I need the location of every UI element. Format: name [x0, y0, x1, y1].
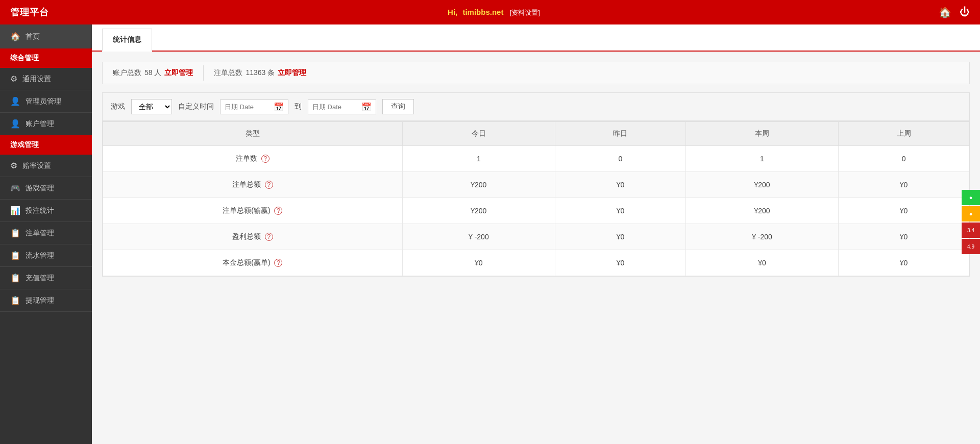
sidebar-label-flow-management: 流水管理: [26, 251, 54, 260]
cell-type-0: 注单数 ?: [103, 146, 403, 172]
stats-table-wrapper: 类型 今日 昨日 本周 上周 注单数 ? 1 0 1 0 注单总: [102, 121, 970, 277]
cell-yesterday-3: ¥0: [555, 224, 685, 250]
help-icon-4[interactable]: ?: [274, 259, 282, 267]
cell-today-2: ¥200: [402, 198, 555, 224]
cell-type-3: 盈利总额 ?: [103, 224, 403, 250]
cell-type-2: 注单总额(输赢) ?: [103, 198, 403, 224]
stats-table-body: 注单数 ? 1 0 1 0 注单总额 ? ¥200 ¥0 ¥200 ¥0 注单总…: [103, 146, 969, 276]
to-label: 到: [295, 102, 302, 111]
main-content: 统计信息 账户总数 58 人 立即管理 注单总数 11363 条 立即管理: [92, 24, 980, 444]
cell-thisweek-2: ¥200: [685, 198, 838, 224]
sidebar-section-game: 游戏管理: [0, 135, 92, 155]
help-icon-0[interactable]: ?: [261, 155, 270, 163]
date-from-input[interactable]: [225, 103, 271, 111]
sidebar-label-general-settings: 通用设置: [22, 75, 51, 84]
order-count: 11363 条: [246, 68, 275, 78]
cell-today-1: ¥200: [402, 172, 555, 198]
date-from-input-wrapper: 📅: [220, 100, 288, 114]
col-today: 今日: [402, 122, 555, 146]
cell-type-4: 本金总额(赢单) ?: [103, 250, 403, 276]
cell-type-1: 注单总额 ?: [103, 172, 403, 198]
date-to-input[interactable]: [312, 103, 358, 111]
sidebar-home-label: 首页: [26, 32, 40, 41]
sidebar-item-flow-management[interactable]: 📋 流水管理: [0, 244, 92, 267]
odds-icon: ⚙: [10, 161, 17, 170]
sidebar-section-general: 综合管理: [0, 48, 92, 68]
header: 管理平台 Hi, timibbs.net [资料设置] 🏠 ⏻: [0, 0, 980, 24]
order-icon: 📋: [10, 228, 20, 238]
sidebar-item-admin-management[interactable]: 👤 管理员管理: [0, 90, 92, 113]
side-float-yellow[interactable]: ●: [962, 206, 980, 221]
table-row: 注单总额(输赢) ? ¥200 ¥0 ¥200 ¥0: [103, 198, 969, 224]
cell-lastweek-2: ¥0: [839, 198, 969, 224]
sidebar-label-odds-settings: 赔率设置: [22, 161, 51, 170]
account-count: 58 人: [144, 68, 161, 78]
cell-lastweek-0: 0: [839, 146, 969, 172]
stats-icon: 📊: [10, 206, 20, 215]
order-manage-link[interactable]: 立即管理: [278, 68, 306, 78]
sidebar-item-game-management[interactable]: 🎮 游戏管理: [0, 177, 92, 200]
settings-link[interactable]: [资料设置]: [510, 9, 540, 16]
summary-bar: 账户总数 58 人 立即管理 注单总数 11363 条 立即管理: [102, 62, 970, 84]
cell-today-0: 1: [402, 146, 555, 172]
admin-icon: 👤: [10, 96, 20, 106]
gear-icon: ⚙: [10, 74, 17, 84]
query-button[interactable]: 查询: [382, 99, 414, 114]
cell-today-3: ¥ -200: [402, 224, 555, 250]
col-yesterday: 昨日: [555, 122, 685, 146]
layout: 🏠 首页 综合管理 ⚙ 通用设置 👤 管理员管理 👤 账户管理 游戏管理 ⚙ 赔…: [0, 24, 980, 444]
calendar-from-icon[interactable]: 📅: [274, 102, 284, 112]
sidebar-label-game-management: 游戏管理: [26, 184, 54, 193]
sidebar-section-game-label: 游戏管理: [10, 140, 39, 149]
help-icon-2[interactable]: ?: [274, 207, 282, 215]
col-last-week: 上周: [839, 122, 969, 146]
cell-lastweek-1: ¥0: [839, 172, 969, 198]
sidebar-item-home[interactable]: 🏠 首页: [0, 24, 92, 48]
side-float-red1[interactable]: 3.4: [962, 223, 980, 238]
home-icon[interactable]: 🏠: [939, 6, 951, 18]
date-to-input-wrapper: 📅: [308, 100, 376, 114]
sidebar-section-general-label: 综合管理: [10, 54, 39, 62]
account-manage-link[interactable]: 立即管理: [164, 68, 193, 78]
side-float-green[interactable]: ●: [962, 190, 980, 205]
sidebar-item-order-management[interactable]: 📋 注单管理: [0, 222, 92, 244]
calendar-to-icon[interactable]: 📅: [361, 102, 372, 112]
recharge-icon: 📋: [10, 273, 20, 283]
game-filter-label: 游戏: [111, 102, 125, 111]
table-row: 注单总额 ? ¥200 ¥0 ¥200 ¥0: [103, 172, 969, 198]
order-label: 注单总数: [214, 68, 242, 78]
cell-lastweek-3: ¥0: [839, 224, 969, 250]
sidebar-item-general-settings[interactable]: ⚙ 通用设置: [0, 68, 92, 90]
cell-yesterday-1: ¥0: [555, 172, 685, 198]
cell-yesterday-0: 0: [555, 146, 685, 172]
sidebar-item-withdraw-management[interactable]: 📋 提现管理: [0, 289, 92, 312]
sidebar-item-odds-settings[interactable]: ⚙ 赔率设置: [0, 155, 92, 177]
col-type: 类型: [103, 122, 403, 146]
order-summary: 注单总数 11363 条 立即管理: [204, 62, 316, 84]
help-icon-1[interactable]: ?: [265, 181, 273, 189]
greeting-bar: Hi, timibbs.net [资料设置]: [448, 8, 540, 17]
table-row: 注单数 ? 1 0 1 0: [103, 146, 969, 172]
account-label: 账户总数: [113, 68, 141, 78]
cell-thisweek-1: ¥200: [685, 172, 838, 198]
cell-lastweek-4: ¥0: [839, 250, 969, 276]
side-float-panel: ● ● 3.4 4.9: [962, 190, 980, 254]
sidebar-label-withdraw-management: 提现管理: [26, 296, 54, 305]
stats-section: 账户总数 58 人 立即管理 注单总数 11363 条 立即管理 游戏 全部 自…: [92, 52, 980, 287]
side-float-red2[interactable]: 4.9: [962, 239, 980, 254]
cell-today-4: ¥0: [402, 250, 555, 276]
username: timibbs.net: [462, 8, 503, 16]
col-this-week: 本周: [685, 122, 838, 146]
stats-table: 类型 今日 昨日 本周 上周 注单数 ? 1 0 1 0 注单总: [103, 121, 969, 276]
sidebar-item-bet-stats[interactable]: 📊 投注统计: [0, 200, 92, 222]
page-tabs: 统计信息: [92, 24, 980, 52]
account-summary: 账户总数 58 人 立即管理: [103, 62, 203, 84]
game-select[interactable]: 全部: [131, 99, 172, 114]
sidebar-label-order-management: 注单管理: [26, 229, 54, 238]
help-icon-3[interactable]: ?: [265, 233, 273, 241]
sidebar-item-account-management[interactable]: 👤 账户管理: [0, 113, 92, 135]
power-icon[interactable]: ⏻: [960, 6, 970, 18]
sidebar-item-recharge-management[interactable]: 📋 充值管理: [0, 267, 92, 289]
tab-statistics[interactable]: 统计信息: [102, 29, 152, 52]
home-nav-icon: 🏠: [10, 32, 20, 41]
